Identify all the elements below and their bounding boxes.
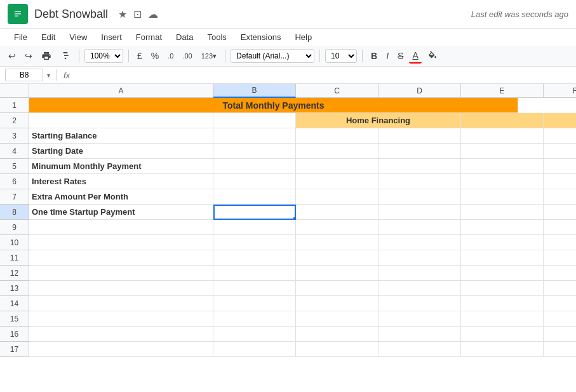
cell-e13[interactable] xyxy=(461,281,544,296)
cell-e14[interactable] xyxy=(461,296,544,311)
zoom-select[interactable]: 100% 75% 50% xyxy=(84,49,123,63)
cell-a4[interactable]: Starting Date xyxy=(29,144,213,159)
cell-e16[interactable] xyxy=(461,327,544,342)
percent-button[interactable]: % xyxy=(148,49,162,63)
cell-d13[interactable] xyxy=(378,281,461,296)
cell-e5[interactable] xyxy=(461,159,544,174)
row-num-3[interactable]: 3 xyxy=(0,128,29,144)
row-num-14[interactable]: 14 xyxy=(0,296,29,311)
more-formats-button[interactable]: 123▾ xyxy=(198,50,220,62)
cell-f5[interactable] xyxy=(544,159,576,174)
cell-d4[interactable] xyxy=(378,144,461,159)
cell-c8[interactable] xyxy=(296,205,378,220)
cell-b10[interactable] xyxy=(213,235,296,250)
cell-b5[interactable] xyxy=(213,159,296,174)
cell-b16[interactable] xyxy=(213,327,296,342)
cell-f4[interactable] xyxy=(544,144,576,159)
col-header-b[interactable]: B xyxy=(213,84,296,98)
col-header-f[interactable]: F xyxy=(544,84,576,98)
cloud-icon[interactable]: ☁ xyxy=(148,8,158,20)
cell-d11[interactable] xyxy=(378,250,461,266)
row-num-15[interactable]: 15 xyxy=(0,311,29,327)
cell-b13[interactable] xyxy=(213,281,296,296)
cell-e4[interactable] xyxy=(461,144,544,159)
cell-a15[interactable] xyxy=(29,311,213,327)
cell-e11[interactable] xyxy=(461,250,544,266)
row-num-2[interactable]: 2 xyxy=(0,113,29,128)
menu-edit[interactable]: Edit xyxy=(35,30,62,44)
cell-c15[interactable] xyxy=(296,311,378,327)
col-header-a[interactable]: A xyxy=(29,84,213,98)
print-button[interactable] xyxy=(38,49,55,63)
cell-d17[interactable] xyxy=(378,342,461,357)
cell-d9[interactable] xyxy=(378,220,461,235)
row-num-17[interactable]: 17 xyxy=(0,342,29,357)
folder-icon[interactable]: ⊡ xyxy=(133,8,142,20)
cell-a9[interactable] xyxy=(29,220,213,235)
cell-b4[interactable] xyxy=(213,144,296,159)
decimal-more-button[interactable]: .00 xyxy=(179,50,195,62)
cell-f9[interactable] xyxy=(544,220,576,235)
row-num-4[interactable]: 4 xyxy=(0,144,29,159)
cell-c7[interactable] xyxy=(296,189,378,205)
cell-f8[interactable] xyxy=(544,205,576,220)
cell-d15[interactable] xyxy=(378,311,461,327)
cell-c3[interactable] xyxy=(296,128,378,144)
row-num-1[interactable]: 1 xyxy=(0,98,29,113)
cell-a17[interactable] xyxy=(29,342,213,357)
cell-e3[interactable] xyxy=(461,128,544,144)
cell-c6[interactable] xyxy=(296,174,378,189)
cell-a2[interactable] xyxy=(29,113,213,128)
row-num-12[interactable]: 12 xyxy=(0,266,29,281)
cell-c13[interactable] xyxy=(296,281,378,296)
bold-button[interactable]: B xyxy=(368,49,380,63)
cell-b7[interactable] xyxy=(213,189,296,205)
cell-f10[interactable] xyxy=(544,235,576,250)
cell-c11[interactable] xyxy=(296,250,378,266)
cell-b12[interactable] xyxy=(213,266,296,281)
cell-f16[interactable] xyxy=(544,327,576,342)
row-num-16[interactable]: 16 xyxy=(0,327,29,342)
cell-c9[interactable] xyxy=(296,220,378,235)
cell-b14[interactable] xyxy=(213,296,296,311)
cell-e6[interactable] xyxy=(461,174,544,189)
cell-e12[interactable] xyxy=(461,266,544,281)
cell-b11[interactable] xyxy=(213,250,296,266)
col-header-e[interactable]: E xyxy=(461,84,544,98)
cell-d16[interactable] xyxy=(378,327,461,342)
cell-d7[interactable] xyxy=(378,189,461,205)
cell-e17[interactable] xyxy=(461,342,544,357)
row-num-9[interactable]: 9 xyxy=(0,220,29,235)
cell-c5[interactable] xyxy=(296,159,378,174)
cell-c12[interactable] xyxy=(296,266,378,281)
cell-d8[interactable] xyxy=(378,205,461,220)
cell-b3[interactable] xyxy=(213,128,296,144)
cell-b15[interactable] xyxy=(213,311,296,327)
cell-a1[interactable]: Total Monthly Payments xyxy=(29,98,518,113)
currency-button[interactable]: £ xyxy=(134,49,145,63)
cell-b8[interactable] xyxy=(213,205,296,220)
cell-a8[interactable]: One time Startup Payment xyxy=(29,205,213,220)
cell-e8[interactable] xyxy=(461,205,544,220)
cell-a10[interactable] xyxy=(29,235,213,250)
cell-a12[interactable] xyxy=(29,266,213,281)
cell-a7[interactable]: Extra Amount Per Month xyxy=(29,189,213,205)
undo-button[interactable]: ↩ xyxy=(5,49,19,63)
menu-tools[interactable]: Tools xyxy=(201,30,232,44)
menu-help[interactable]: Help xyxy=(288,30,318,44)
cell-a5[interactable]: Minumum Monthly Payment xyxy=(29,159,213,174)
cell-e7[interactable] xyxy=(461,189,544,205)
menu-data[interactable]: Data xyxy=(170,30,199,44)
row-num-10[interactable]: 10 xyxy=(0,235,29,250)
cell-f13[interactable] xyxy=(544,281,576,296)
cell-d12[interactable] xyxy=(378,266,461,281)
menu-extensions[interactable]: Extensions xyxy=(234,30,288,44)
cell-d6[interactable] xyxy=(378,174,461,189)
cell-c4[interactable] xyxy=(296,144,378,159)
italic-button[interactable]: I xyxy=(383,49,392,63)
strikethrough-button[interactable]: S xyxy=(394,49,406,63)
cell-ref-dropdown[interactable]: ▾ xyxy=(47,72,50,79)
cell-f3[interactable] xyxy=(544,128,576,144)
col-header-c[interactable]: C xyxy=(296,84,378,98)
cell-e2[interactable]: Credit Card xyxy=(544,113,576,128)
